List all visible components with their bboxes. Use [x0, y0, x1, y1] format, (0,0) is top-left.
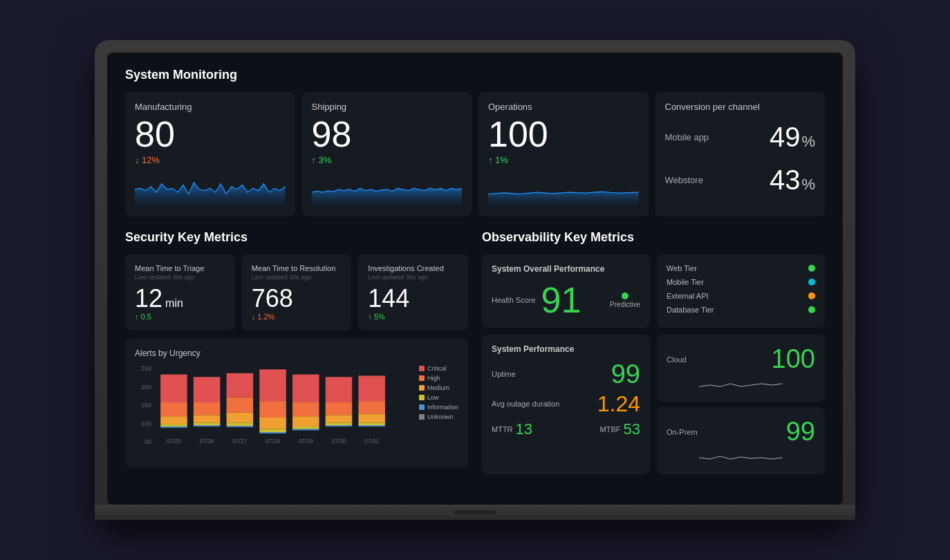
svg-rect-7 — [160, 416, 187, 424]
shipping-sparkline — [312, 172, 463, 207]
svg-text:07/25: 07/25 — [167, 438, 181, 445]
tier-list: Web Tier Mobile Tier External API — [667, 264, 815, 314]
svg-rect-11 — [194, 402, 221, 415]
webstore-pct: % — [801, 176, 815, 194]
svg-rect-9 — [160, 427, 187, 428]
high-dot — [419, 375, 425, 381]
mobile-tier-dot — [808, 279, 815, 286]
svg-rect-26 — [292, 402, 319, 416]
unknown-label: Unknown — [427, 413, 454, 420]
svg-rect-8 — [160, 424, 187, 427]
manufacturing-title: Manufacturing — [135, 102, 286, 112]
investigations-change: ↑ 5% — [368, 312, 458, 321]
predictive-label: Predictive — [610, 301, 640, 308]
shipping-value: 98 — [312, 116, 463, 152]
tier-card: Web Tier Mobile Tier External API — [657, 254, 825, 328]
webstore-item: Webstore 43 % — [665, 159, 816, 201]
overall-perf-title: System Overall Performance — [492, 264, 640, 274]
triage-subtitle: Last updated 30s ago — [135, 274, 225, 281]
svg-text:07/27: 07/27 — [233, 438, 248, 445]
resolution-title: Mean Time to Resolution — [252, 264, 342, 272]
investigations-subtitle: Last updated 30s ago — [368, 274, 458, 281]
mtbf-value: 53 — [624, 420, 640, 438]
mobile-app-item: Mobile app 49 % — [665, 116, 816, 159]
laptop-notch — [454, 510, 496, 514]
svg-rect-39 — [358, 425, 385, 427]
health-score-label: Health Score — [492, 296, 536, 304]
system-perf-card: System Performance Uptime 99 Avg outage … — [482, 335, 650, 474]
svg-rect-32 — [326, 415, 353, 422]
svg-rect-28 — [292, 427, 319, 429]
svg-rect-16 — [227, 398, 254, 413]
triage-value: 12 — [135, 286, 162, 311]
svg-rect-38 — [358, 422, 385, 425]
observability-title: Observability Key Metrics — [482, 230, 825, 245]
resolution-change: ↓ 1.2% — [252, 312, 342, 321]
avg-outage-label: Avg outage duration — [492, 400, 559, 408]
onprem-label: On-Prem — [667, 428, 698, 436]
mobile-app-label: Mobile app — [665, 132, 709, 142]
external-api-item: External API — [667, 292, 815, 300]
predictive-dot — [622, 292, 628, 299]
triage-unit: min — [165, 297, 183, 310]
svg-text:07/28: 07/28 — [266, 438, 280, 445]
operations-card: Operations 100 ↑ 1% — [478, 92, 649, 216]
cloud-label: Cloud — [667, 355, 687, 364]
critical-dot — [419, 366, 425, 371]
conversion-title: Conversion per channel — [665, 102, 816, 112]
cloud-card: Cloud 100 — [657, 335, 825, 402]
svg-rect-21 — [259, 401, 286, 418]
mttr-label: MTTR — [492, 425, 513, 433]
shipping-card: Shipping 98 ↑ 3% — [302, 92, 472, 216]
svg-rect-17 — [227, 413, 254, 423]
uptime-value: 99 — [611, 361, 640, 387]
critical-label: Critical — [427, 365, 447, 372]
investigations-title: Investigations Created — [368, 264, 458, 272]
triage-title: Mean Time to Triage — [135, 264, 225, 272]
y-label-100: 100 — [141, 420, 151, 427]
chart-legend: Critical High Medium — [419, 365, 458, 458]
legend-low: Low — [419, 394, 458, 401]
onprem-value: 99 — [786, 417, 815, 447]
mobile-tier-label: Mobile Tier — [667, 278, 704, 286]
alerts-card: Alerts by Urgency 250 200 150 100 — [125, 339, 468, 467]
svg-rect-36 — [358, 401, 385, 413]
health-score-value: 91 — [541, 282, 581, 318]
svg-rect-14 — [194, 425, 221, 427]
operations-value: 100 — [488, 116, 639, 152]
y-label-200: 200 — [141, 384, 151, 391]
shipping-title: Shipping — [312, 102, 463, 112]
database-tier-item: Database Tier — [667, 306, 815, 314]
medium-dot — [419, 385, 425, 391]
resolution-subtitle: Last updated 30s ago — [252, 274, 342, 281]
observability-section: Observability Key Metrics System Overall… — [482, 230, 825, 474]
bar-chart: 07/25 07/26 07/27 07/28 07/29 07/30 07/3… — [154, 365, 408, 458]
svg-rect-10 — [194, 377, 221, 402]
legend-high: High — [419, 375, 458, 382]
y-label-150: 150 — [141, 402, 151, 409]
cloud-sparkline — [667, 378, 815, 392]
system-monitoring-title: System Monitoring — [125, 68, 825, 82]
manufacturing-change: ↓ 12% — [135, 155, 286, 165]
database-tier-dot — [808, 306, 815, 313]
investigations-value: 144 — [368, 286, 409, 311]
operations-sparkline — [488, 172, 639, 207]
webstore-value: 43 — [770, 165, 801, 196]
legend-information: Information — [419, 404, 458, 411]
y-label-250: 250 — [141, 365, 151, 372]
high-label: High — [427, 375, 440, 382]
mobile-app-pct: % — [801, 133, 815, 151]
information-label: Information — [427, 404, 458, 411]
web-tier-dot — [808, 265, 815, 272]
svg-rect-24 — [259, 432, 286, 433]
mtbf-label: MTBF — [600, 425, 621, 433]
avg-outage-value: 1.24 — [597, 393, 640, 415]
legend-critical: Critical — [419, 365, 458, 372]
manufacturing-value: 80 — [135, 116, 286, 152]
triage-card: Mean Time to Triage Last updated 30s ago… — [125, 254, 235, 330]
information-dot — [419, 404, 425, 410]
svg-rect-25 — [292, 375, 319, 402]
svg-rect-22 — [259, 418, 286, 429]
svg-rect-19 — [227, 426, 254, 427]
onprem-card: On-Prem 99 — [657, 407, 825, 474]
